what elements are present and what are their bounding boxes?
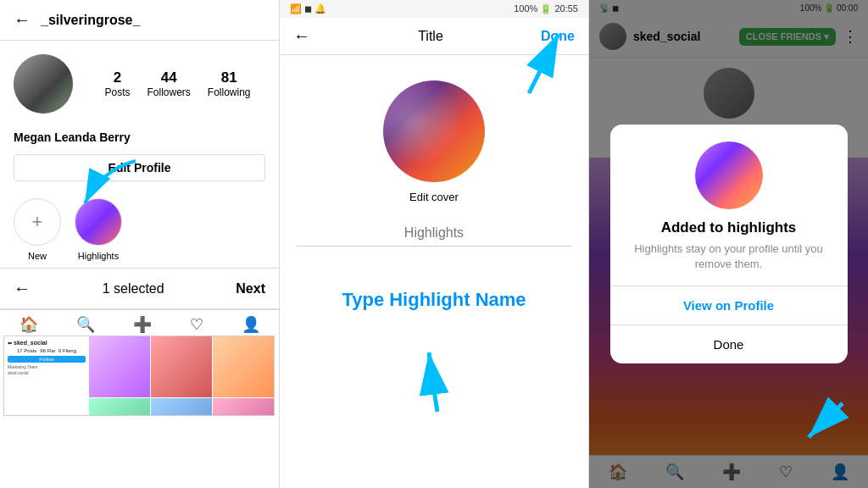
modal-overlay: Added to highlights Highlights stay on y…	[589, 0, 868, 488]
following-count: 81	[221, 69, 237, 86]
avatar	[14, 54, 73, 114]
profile-header: ← _silveringrose_	[0, 0, 279, 41]
mini-cell-3	[213, 336, 274, 397]
avatar-image	[14, 54, 73, 114]
mini-cell-5	[151, 398, 212, 416]
profile-full-name: Megan Leanda Berry	[0, 127, 279, 151]
modal-subtitle: Highlights stay on your profile until yo…	[624, 241, 834, 272]
new-highlight-item[interactable]: + New	[14, 198, 61, 261]
cover-preview	[383, 80, 485, 182]
following-stat[interactable]: 81 Following	[208, 69, 251, 98]
type-highlight-name-label: Type Highlight Name	[280, 289, 588, 311]
modal-title: Added to highlights	[661, 219, 797, 236]
modal-done-button[interactable]: Done	[610, 324, 848, 363]
blue-arrow-cover	[403, 336, 471, 420]
heart-nav-icon[interactable]: ♡	[190, 315, 203, 334]
status-bar: 📶 ◼ 🔔 100% 🔋 20:55	[280, 0, 588, 18]
mini-story-grid	[89, 336, 274, 415]
mini-cell-6	[213, 398, 274, 416]
new-highlight-label: New	[28, 251, 47, 261]
selection-bar: ← 1 selected Next	[0, 268, 279, 309]
existing-highlight-item[interactable]: Highlights	[75, 198, 122, 261]
profile-info-section: 2 Posts 44 Followers 81 Following	[0, 41, 279, 127]
mini-profile-preview: ⬅ sked_social 17 Posts 96 Flw 0 Flwng Fo…	[3, 336, 275, 416]
panel2-back-icon[interactable]: ←	[293, 26, 310, 46]
home-nav-icon[interactable]: 🏠	[19, 315, 38, 334]
modal-highlight-circle	[695, 141, 763, 209]
selection-back-icon[interactable]: ←	[14, 279, 31, 298]
panel2-header: ← Title Done	[280, 18, 588, 55]
posts-stat: 2 Posts	[104, 69, 130, 98]
cover-image-circle[interactable]	[383, 80, 485, 182]
back-arrow-icon[interactable]: ←	[14, 10, 31, 30]
new-highlight-circle[interactable]: +	[14, 198, 61, 246]
panel-added-to-highlights: 📡 ◼ 100% 🔋 00:00 sked_social CLOSE FRIEN…	[589, 0, 868, 488]
status-right: 100% 🔋 20:55	[514, 3, 578, 14]
followers-stat[interactable]: 44 Followers	[147, 69, 190, 98]
panel-highlight-name: 📶 ◼ 🔔 100% 🔋 20:55 ← Title Done Edit cov…	[280, 0, 589, 488]
cover-area: Edit cover	[280, 55, 588, 272]
profile-stats: 2 Posts 44 Followers 81 Following	[90, 69, 265, 98]
posts-label: Posts	[104, 86, 130, 98]
next-button[interactable]: Next	[236, 281, 265, 297]
followers-count: 44	[161, 69, 177, 86]
panel2-done-button[interactable]: Done	[541, 29, 575, 44]
mini-cell-1	[89, 336, 150, 397]
modal-content: Added to highlights Highlights stay on y…	[610, 125, 848, 286]
mini-cell-4	[89, 398, 150, 416]
search-nav-icon[interactable]: 🔍	[76, 315, 95, 334]
highlights-row: + New Highlights	[0, 191, 279, 268]
mini-profile-col: ⬅ sked_social 17 Posts 96 Flw 0 Flwng Fo…	[4, 336, 89, 415]
add-nav-icon[interactable]: ➕	[133, 315, 152, 334]
mini-header: ⬅ sked_social	[8, 340, 86, 346]
panel2-title: Title	[418, 29, 443, 44]
posts-count: 2	[114, 69, 121, 86]
selection-count: 1 selected	[103, 281, 164, 297]
edit-cover-button[interactable]: Edit cover	[409, 191, 459, 203]
highlight-name-input[interactable]	[297, 220, 571, 247]
plus-icon: +	[32, 211, 43, 233]
followers-label: Followers	[147, 86, 190, 98]
profile-username: _silveringrose_	[41, 13, 140, 28]
added-to-highlights-modal: Added to highlights Highlights stay on y…	[610, 125, 848, 363]
following-label: Following	[208, 86, 251, 98]
highlights-circle[interactable]	[75, 198, 122, 246]
panel-instagram-profile: ← _silveringrose_ 2 Posts 44 Followers 8…	[0, 0, 280, 488]
bottom-nav: 🏠 🔍 ➕ ♡ 👤	[0, 309, 279, 339]
view-on-profile-button[interactable]: View on Profile	[610, 286, 848, 324]
profile-nav-icon[interactable]: 👤	[242, 315, 260, 334]
status-left: 📶 ◼ 🔔	[290, 3, 326, 14]
mini-stats: 17 Posts 96 Flw 0 Flwng	[8, 348, 86, 353]
highlights-label: Highlights	[78, 251, 119, 261]
mini-cell-2	[151, 336, 212, 397]
edit-profile-button[interactable]: Edit Profile	[14, 154, 265, 181]
